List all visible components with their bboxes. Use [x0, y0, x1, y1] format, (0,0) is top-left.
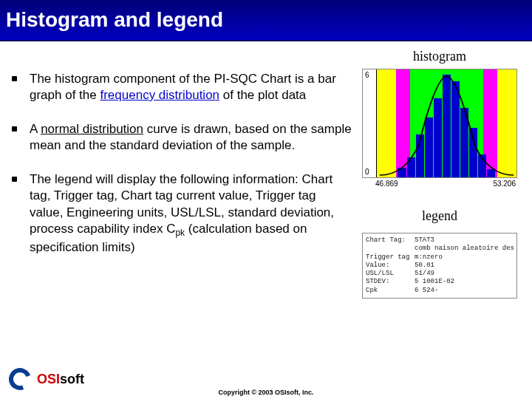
legend-row: comb naison aleatoire des	[366, 245, 514, 253]
legend-key	[366, 245, 415, 253]
bar	[487, 169, 495, 177]
bar	[407, 157, 415, 177]
bullet-item: The legend will display the following in…	[9, 171, 352, 255]
legend-key: Value:	[366, 262, 415, 270]
bar	[398, 168, 406, 177]
legend-key: Cpk	[366, 287, 415, 295]
legend-row: Value:50.01	[366, 262, 514, 270]
bar	[434, 98, 442, 177]
logo-swirl-icon	[7, 366, 33, 392]
legend-value: 51/49	[415, 270, 434, 278]
bar	[451, 81, 460, 177]
bar	[478, 154, 486, 177]
page-title: Histogram and legend	[6, 8, 223, 32]
histogram-chart: 6 0 46.869 53.206	[362, 69, 517, 188]
copyright: Copyright © 2003 OSIsoft, Inc.	[0, 389, 532, 396]
bar	[443, 75, 451, 177]
bullet-list: The histogram component of the PI-SQC Ch…	[9, 71, 352, 256]
x-axis: 46.869 53.206	[362, 178, 517, 188]
title-bar: Histogram and legend	[0, 0, 532, 41]
plot-area	[376, 69, 516, 177]
legend-value: m:nzero	[415, 253, 443, 262]
text: A	[30, 122, 41, 136]
bar	[460, 108, 468, 177]
content: The histogram component of the PI-SQC Ch…	[0, 41, 532, 299]
zone-outer	[497, 69, 516, 177]
bar	[469, 128, 477, 177]
legend-key: USL/LSL	[366, 270, 415, 278]
legend-value: 50.01	[415, 262, 434, 270]
bullet-item: A normal distribution curve is drawn, ba…	[9, 121, 352, 154]
bullet-item: The histogram component of the PI-SQC Ch…	[9, 71, 352, 103]
legend-key: Chart Tag:	[366, 236, 415, 245]
logo: OSIsoft	[7, 366, 84, 392]
legend-value: 5 1001E-02	[415, 278, 454, 286]
logo-rest: soft	[60, 372, 84, 386]
histogram-label: histogram	[413, 49, 466, 64]
bar	[416, 134, 424, 177]
zone-outer	[377, 69, 396, 177]
underline-text: normal distribution	[41, 122, 143, 136]
legend-value: STAT3	[415, 236, 434, 245]
chart-inner: 6 0	[362, 69, 517, 178]
bar	[425, 117, 433, 177]
logo-accent: OSI	[37, 372, 60, 386]
x-tick: 46.869	[375, 180, 398, 188]
legend-value: 6 524-	[415, 287, 438, 295]
legend-row: USL/LSL51/49	[366, 270, 514, 278]
legend-row: Trigger tagm:nzero	[366, 253, 514, 262]
bars	[396, 69, 497, 177]
legend-row: Cpk6 524-	[366, 287, 514, 295]
legend-row: Chart Tag:STAT3	[366, 236, 514, 245]
legend-box: Chart Tag:STAT3comb naison aleatoire des…	[362, 233, 517, 299]
legend-value: comb naison aleatoire des	[415, 245, 514, 253]
subscript: pk	[175, 228, 185, 238]
legend-row: STDEV:5 1001E-02	[366, 278, 514, 286]
link-text: frequency distribution	[100, 88, 219, 102]
legend-key: Trigger tag	[366, 253, 415, 262]
y-tick: 0	[365, 168, 375, 176]
text: of the plot data	[219, 88, 306, 102]
bullet-column: The histogram component of the PI-SQC Ch…	[4, 46, 352, 299]
y-tick: 6	[365, 71, 375, 79]
legend-label: legend	[422, 208, 457, 224]
x-tick: 53.206	[493, 180, 516, 188]
logo-text: OSIsoft	[37, 372, 84, 387]
y-axis: 6 0	[363, 69, 376, 177]
right-column: histogram 6 0	[352, 46, 528, 299]
legend-key: STDEV:	[366, 278, 415, 286]
